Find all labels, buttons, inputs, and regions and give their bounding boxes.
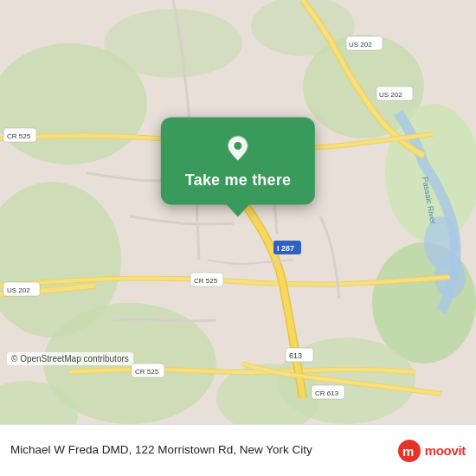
svg-text:US 202: US 202: [349, 41, 372, 48]
location-pin-icon: [222, 133, 254, 164]
popup-label: Take me there: [185, 171, 291, 190]
svg-point-10: [104, 9, 242, 78]
moovit-logo: m moovit: [397, 439, 466, 463]
svg-point-37: [234, 142, 241, 150]
popup-bubble[interactable]: Take me there: [161, 118, 315, 205]
moovit-icon: m: [397, 439, 421, 463]
moovit-brand-name: moovit: [425, 443, 466, 458]
svg-text:CR 525: CR 525: [135, 368, 159, 376]
svg-text:m: m: [402, 444, 414, 459]
svg-text:US 202: US 202: [7, 286, 30, 294]
address-text: Michael W Freda DMD, 122 Morristown Rd, …: [10, 442, 390, 459]
svg-text:CR 613: CR 613: [315, 389, 339, 397]
svg-text:I 287: I 287: [277, 244, 294, 253]
svg-text:613: 613: [289, 351, 302, 360]
osm-credit: © OpenStreetMap contributors: [7, 352, 133, 365]
map-container: CR 525 CR 525 US 202 US 202 I 287 CR 525…: [0, 0, 476, 424]
svg-text:US 202: US 202: [379, 91, 402, 99]
svg-text:CR 525: CR 525: [194, 277, 218, 285]
svg-text:CR 525: CR 525: [7, 132, 31, 140]
bottom-bar: Michael W Freda DMD, 122 Morristown Rd, …: [0, 424, 476, 476]
